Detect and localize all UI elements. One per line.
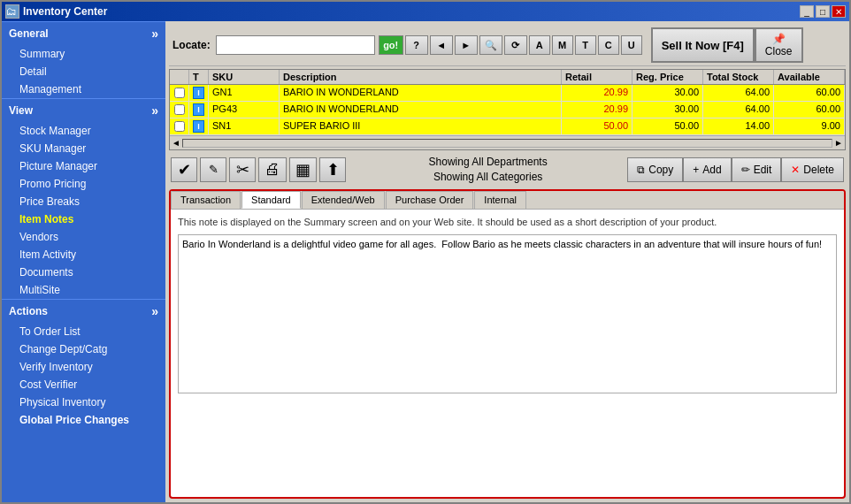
row1-type: I <box>189 85 209 101</box>
sidebar-general-header: General » <box>2 21 165 45</box>
app-icon: 🗂 <box>5 4 19 19</box>
sidebar-item-physical-inventory[interactable]: Physical Inventory <box>2 393 165 411</box>
copy-icon: ⧉ <box>637 164 645 176</box>
row3-reg-price: 50.00 <box>632 118 703 134</box>
tab-purchase-order[interactable]: Purchase Order <box>386 191 474 209</box>
row1-available: 60.00 <box>774 85 845 101</box>
row2-total-stock: 64.00 <box>703 102 774 118</box>
toolbar: Locate: go! ? ◄ ► 🔍 ⟳ A M T C U Sell It … <box>169 25 846 66</box>
edit-pencil-button[interactable]: ✎ <box>200 157 226 182</box>
tab-internal[interactable]: Internal <box>474 191 526 209</box>
back-button[interactable]: ◄ <box>430 35 453 55</box>
sidebar-item-multisite[interactable]: MultiSite <box>2 281 165 299</box>
row3-sku: SN1 <box>209 118 280 134</box>
copy-button[interactable]: ⧉ Copy <box>627 157 683 182</box>
print-button[interactable]: 🖨 <box>258 157 287 182</box>
note-textarea[interactable] <box>178 234 837 393</box>
window-close-button[interactable]: ✕ <box>832 5 846 18</box>
row1-checkbox[interactable] <box>170 85 189 101</box>
general-collapse-icon[interactable]: » <box>151 27 158 41</box>
delete-button[interactable]: ✕ Delete <box>781 157 844 182</box>
tab-standard[interactable]: Standard <box>242 191 301 209</box>
table-row[interactable]: I SN1 SUPER BARIO III 50.00 50.00 14.00 … <box>170 118 845 135</box>
sidebar-item-promo-pricing[interactable]: Promo Pricing <box>2 175 165 193</box>
locate-label: Locate: <box>172 39 211 51</box>
col-reg-price: Reg. Price <box>632 70 703 84</box>
grid-header: T SKU Description Retail Reg. Price Tota… <box>170 70 845 85</box>
upload-button[interactable]: ⬆ <box>319 157 346 182</box>
action-row: ✔ ✎ ✂ 🖨 ▦ ⬆ Showing All Departments Show… <box>169 153 846 187</box>
row1-description: BARIO IN WONDERLAND <box>280 85 562 101</box>
sidebar-item-summary[interactable]: Summary <box>2 45 165 63</box>
actions-collapse-icon[interactable]: » <box>151 304 158 318</box>
edit-icon: ✏ <box>741 164 750 176</box>
sidebar-item-global-price-changes[interactable]: Global Price Changes <box>2 411 165 429</box>
go-button[interactable]: go! <box>379 35 403 55</box>
main-content: General » Summary Detail Management View… <box>2 21 849 502</box>
search-button[interactable]: 🔍 <box>479 35 502 55</box>
checkmark-button[interactable]: ✔ <box>171 157 197 182</box>
grid-scrollbar[interactable]: ◄ ► <box>170 135 845 149</box>
window-title: Inventory Center <box>23 5 800 18</box>
scissors-button[interactable]: ✂ <box>229 157 256 182</box>
sidebar-item-change-dept[interactable]: Change Dept/Catg <box>2 340 165 358</box>
col-sku[interactable]: SKU <box>209 70 280 84</box>
row2-check[interactable] <box>174 104 185 115</box>
row1-check[interactable] <box>174 88 185 98</box>
sidebar-item-item-activity[interactable]: Item Activity <box>2 246 165 263</box>
sidebar-item-cost-verifier[interactable]: Cost Verifier <box>2 376 165 393</box>
t-button[interactable]: T <box>575 35 596 55</box>
sidebar-item-vendors[interactable]: Vendors <box>2 228 165 246</box>
col-available: Available <box>774 70 845 84</box>
maximize-button[interactable]: □ <box>816 5 830 18</box>
close-button[interactable]: 📌 Close <box>755 27 803 63</box>
table-row[interactable]: I GN1 BARIO IN WONDERLAND 20.99 30.00 64… <box>170 85 845 102</box>
row3-description: SUPER BARIO III <box>280 118 562 134</box>
sidebar-view-items: Stock Manager SKU Manager Picture Manage… <box>2 122 165 299</box>
forward-button[interactable]: ► <box>455 35 478 55</box>
row2-description: BARIO IN WONDERLAND <box>280 102 562 118</box>
sidebar-item-price-breaks[interactable]: Price Breaks <box>2 193 165 210</box>
col-total-stock: Total Stock <box>703 70 774 84</box>
row2-available: 60.00 <box>774 102 845 118</box>
add-icon: + <box>693 164 699 176</box>
row1-retail: 20.99 <box>562 85 632 101</box>
tab-extended-web[interactable]: Extended/Web <box>302 191 385 209</box>
minimize-button[interactable]: _ <box>800 5 814 18</box>
inventory-grid: T SKU Description Retail Reg. Price Tota… <box>169 69 846 150</box>
row2-checkbox[interactable] <box>170 102 189 118</box>
edit-button[interactable]: ✏ Edit <box>732 157 782 182</box>
help-button[interactable]: ? <box>405 35 428 55</box>
tab-transaction[interactable]: Transaction <box>171 191 241 209</box>
a-button[interactable]: A <box>529 35 550 55</box>
col-checkbox <box>170 70 189 84</box>
row3-check[interactable] <box>174 121 185 132</box>
sidebar-item-documents[interactable]: Documents <box>2 263 165 281</box>
sell-it-now-button[interactable]: Sell It Now [F4] <box>651 27 755 63</box>
sidebar-item-sku-manager[interactable]: SKU Manager <box>2 140 165 157</box>
title-bar: 🗂 Inventory Center _ □ ✕ <box>2 2 849 21</box>
sidebar-item-item-notes[interactable]: Item Notes <box>2 210 165 228</box>
row3-checkbox[interactable] <box>170 118 189 134</box>
col-retail: Retail <box>562 70 632 84</box>
col-description: Description <box>280 70 562 84</box>
right-panel: Locate: go! ? ◄ ► 🔍 ⟳ A M T C U Sell It … <box>165 21 849 502</box>
m-button[interactable]: M <box>552 35 573 55</box>
u-button[interactable]: U <box>621 35 642 55</box>
row2-sku: PG43 <box>209 102 280 118</box>
sidebar-item-to-order-list[interactable]: To Order List <box>2 323 165 340</box>
sidebar-item-stock-manager[interactable]: Stock Manager <box>2 122 165 140</box>
view-collapse-icon[interactable]: » <box>151 103 158 118</box>
sidebar-actions-items: To Order List Change Dept/Catg Verify In… <box>2 323 165 429</box>
locate-input[interactable] <box>216 35 375 55</box>
table-row[interactable]: I PG43 BARIO IN WONDERLAND 20.99 30.00 6… <box>170 102 845 118</box>
add-button[interactable]: + Add <box>683 157 731 182</box>
sidebar-item-management[interactable]: Management <box>2 80 165 98</box>
sidebar-item-picture-manager[interactable]: Picture Manager <box>2 157 165 175</box>
refresh-button[interactable]: ⟳ <box>504 35 527 55</box>
c-button[interactable]: C <box>598 35 619 55</box>
sidebar-item-verify-inventory[interactable]: Verify Inventory <box>2 358 165 376</box>
close-icon: 📌 <box>772 33 786 45</box>
grid-button[interactable]: ▦ <box>289 157 317 182</box>
sidebar-item-detail[interactable]: Detail <box>2 63 165 80</box>
